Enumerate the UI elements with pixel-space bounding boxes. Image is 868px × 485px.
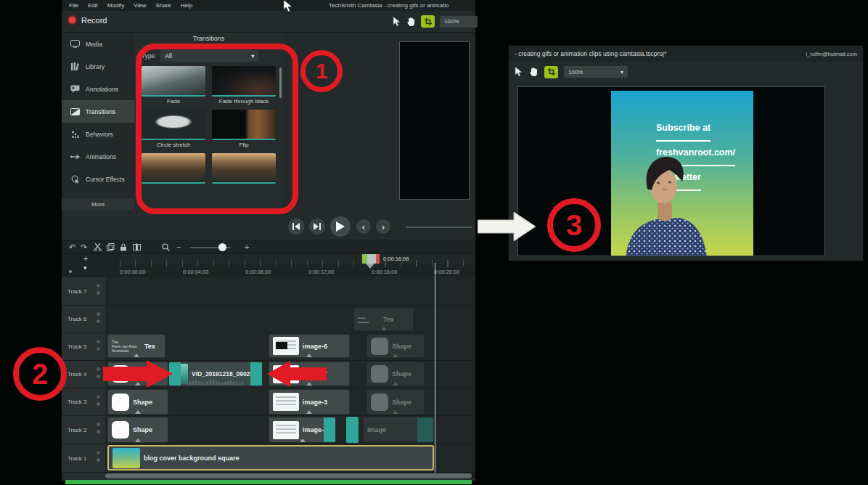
- clip-ghost-shape[interactable]: Shape: [367, 389, 425, 415]
- track-name: Track 5: [67, 343, 86, 350]
- crop-tool-icon[interactable]: [421, 15, 435, 28]
- preview-title-bar[interactable]: - creating gifs or animation clips using…: [509, 46, 863, 62]
- track-toggle-icon[interactable]: [97, 340, 100, 343]
- track-header-5[interactable]: Track 5: [62, 333, 105, 361]
- canvas-zoom-select[interactable]: 100%: [440, 16, 478, 28]
- previous-clip-button[interactable]: ‹: [356, 219, 371, 234]
- mouse-cursor-icon: [283, 0, 292, 12]
- account-email[interactable]: i_rolfm@hotmail.com: [806, 51, 857, 57]
- playhead-line[interactable]: [435, 263, 435, 473]
- lock-icon[interactable]: [120, 243, 127, 251]
- red-arrow-left-icon: [267, 361, 327, 387]
- zoom-in-button[interactable]: +: [245, 242, 249, 252]
- crop-tool-icon[interactable]: [544, 66, 558, 78]
- sidebar-item-annotations[interactable]: Annotations: [62, 78, 134, 100]
- clip-ghost-shape[interactable]: Shape: [367, 362, 425, 386]
- next-clip-button[interactable]: ›: [376, 219, 390, 234]
- clip-newsletter-text[interactable]: The Fresh van Root Newsletter Tex: [107, 334, 165, 358]
- track-header-7[interactable]: Track 7: [62, 277, 105, 306]
- white-arrow-icon: [478, 211, 536, 242]
- track-lane: [105, 306, 475, 333]
- screenshot-root: File Edit Modify View Share Help TechSmi…: [0, 0, 868, 485]
- transition-out-segment[interactable]: [250, 362, 262, 386]
- timeline-zoom-knob[interactable]: [218, 243, 226, 251]
- track-toggle-icon[interactable]: [97, 367, 100, 371]
- collapse-tracks-icon[interactable]: ▾: [83, 264, 87, 272]
- sidebar-item-animations[interactable]: Animations: [62, 145, 134, 168]
- play-button[interactable]: [330, 216, 351, 237]
- pan-hand-icon[interactable]: [406, 17, 416, 27]
- next-frame-button[interactable]: [309, 219, 325, 235]
- clip-image-3[interactable]: image-3: [269, 389, 350, 415]
- clip-notch-icon: [135, 410, 141, 414]
- track-toggle-icon[interactable]: [97, 395, 100, 399]
- clip-ghost-image[interactable]: Image: [363, 417, 434, 443]
- annotation-circle-1: 1: [300, 50, 343, 92]
- track-header-6[interactable]: Track 6: [62, 306, 105, 333]
- bottom-green-bar: [65, 480, 472, 484]
- add-track-button[interactable]: +: [83, 254, 88, 263]
- split-icon[interactable]: [133, 243, 141, 251]
- menu-modify[interactable]: Modify: [107, 2, 125, 9]
- track-toggle-icon[interactable]: [97, 423, 100, 426]
- clip-image-6[interactable]: image-6: [269, 334, 350, 358]
- zoom-out-button[interactable]: −: [176, 242, 181, 252]
- playhead-time: 0:00:16;08: [383, 256, 409, 262]
- track-toggle-icon[interactable]: [97, 312, 100, 316]
- redo-icon[interactable]: ↷: [81, 242, 87, 252]
- cut-icon[interactable]: [94, 243, 102, 251]
- track-header-4[interactable]: Track 4: [62, 361, 105, 388]
- transition-out-segment[interactable]: [417, 417, 433, 442]
- sidebar-item-media[interactable]: Media: [62, 33, 134, 55]
- cursor-tool-icon[interactable]: [515, 67, 523, 77]
- menu-share[interactable]: Share: [155, 2, 171, 9]
- sidebar-item-transitions[interactable]: Transitions: [62, 100, 134, 123]
- track-header-2[interactable]: Track 2: [62, 416, 105, 444]
- menu-file[interactable]: File: [69, 2, 78, 9]
- duration-slider[interactable]: [406, 227, 472, 228]
- sidebar-more-button[interactable]: More: [62, 198, 134, 211]
- sidebar-item-behaviors[interactable]: Behaviors: [62, 123, 134, 145]
- scrollbar-thumb[interactable]: [105, 473, 472, 478]
- track-toggle-icon[interactable]: [97, 284, 100, 288]
- pan-hand-icon[interactable]: [529, 67, 539, 77]
- clip-notch-icon: [306, 410, 312, 414]
- previous-frame-button[interactable]: [288, 219, 304, 235]
- track-header-1[interactable]: Track 1: [62, 444, 105, 473]
- clip-ghost-tex[interactable]: ▬▬▬▬▬ Tex: [353, 308, 414, 331]
- track-name: Track 2: [67, 427, 86, 433]
- clip-image-5[interactable]: image-5: [269, 417, 336, 443]
- track-name: Track 3: [67, 399, 86, 405]
- clip-label: Shape: [392, 343, 412, 350]
- track-header-3[interactable]: Track 3: [62, 388, 105, 416]
- record-icon: [67, 15, 77, 25]
- playhead-scrubber[interactable]: [367, 254, 376, 264]
- preview-zoom-select[interactable]: 100% ▾: [564, 66, 628, 78]
- annotation-number: 3: [566, 209, 582, 242]
- playhead-marker-icon[interactable]: [366, 264, 374, 269]
- playhead-out-handle[interactable]: [376, 254, 380, 264]
- clip-thumbnail: [371, 338, 388, 355]
- preview-zoom-value: 100%: [568, 69, 583, 76]
- playhead-in-handle[interactable]: [362, 254, 367, 264]
- track-toggle-icon[interactable]: [97, 451, 100, 455]
- menu-edit[interactable]: Edit: [88, 2, 98, 9]
- clip-blog-cover-background[interactable]: blog cover background square: [107, 445, 434, 470]
- transition-segment[interactable]: [346, 417, 359, 443]
- clip-shape-track2[interactable]: Shape: [107, 417, 168, 443]
- undo-icon[interactable]: ↶: [69, 242, 75, 252]
- menu-help[interactable]: Help: [181, 2, 192, 9]
- cursor-tool-icon[interactable]: [393, 17, 401, 27]
- record-button[interactable]: Record: [67, 15, 107, 25]
- sidebar-item-library[interactable]: Library: [62, 55, 134, 78]
- transition-out-segment[interactable]: [324, 417, 335, 442]
- clip-shape-track3[interactable]: Shape: [107, 389, 168, 415]
- timeline-ruler[interactable]: + ▾ 0:00:00;00 0:00:04;00 0:00:08;00 0:0…: [62, 254, 475, 277]
- timeline-horizontal-scrollbar[interactable]: [105, 473, 475, 479]
- sidebar-item-cursor-effects[interactable]: Cursor Effects: [62, 168, 134, 190]
- sidebar-label: Animations: [86, 153, 116, 160]
- copy-icon[interactable]: [107, 243, 115, 251]
- clip-video-vid-20191218[interactable]: VID_20191218_09020: [168, 362, 263, 386]
- clip-ghost-shape[interactable]: Shape: [367, 334, 425, 358]
- menu-view[interactable]: View: [134, 2, 146, 9]
